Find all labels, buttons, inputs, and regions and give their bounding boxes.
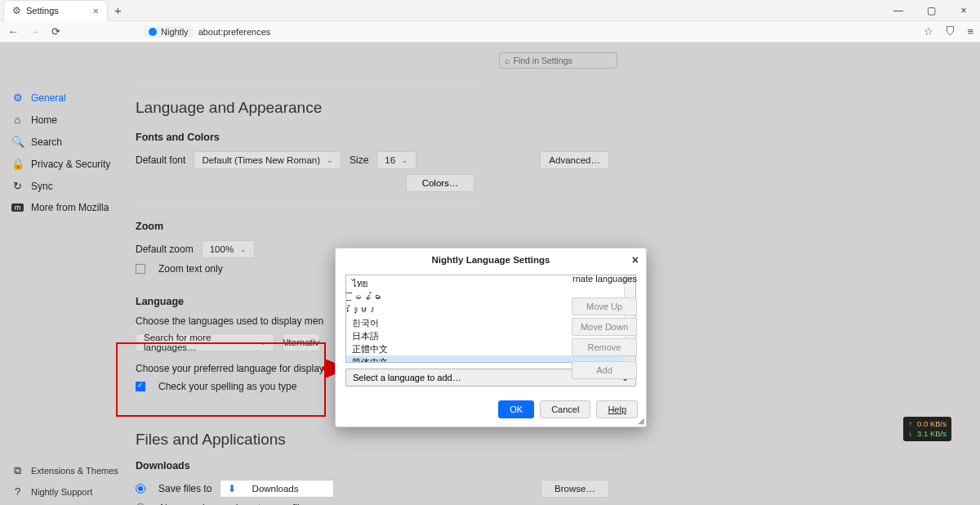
close-window-button[interactable]: × [947, 5, 980, 16]
downloads-heading: Downloads [136, 460, 609, 471]
window-controls: — ▢ × [882, 5, 980, 16]
app-menu-icon[interactable]: ≡ [967, 25, 973, 38]
cancel-button[interactable]: Cancel [540, 400, 590, 418]
spellcheck-label: Check your spelling as you type [158, 381, 296, 392]
new-tab-button[interactable]: + [114, 3, 122, 17]
download-icon: ⬇ [228, 483, 236, 494]
search-icon: 🔍 [11, 136, 24, 148]
default-font-select[interactable]: Default (Times New Roman)⌄ [194, 151, 341, 169]
sidebar-item-label: Nightly Support [31, 487, 92, 497]
chevron-down-icon: ⌄ [327, 156, 333, 164]
sidebar-item-more[interactable]: mMore from Mozilla [0, 197, 136, 218]
sidebar-item-label: Sync [31, 181, 53, 192]
nightly-icon [149, 28, 157, 36]
move-up-button[interactable]: Move Up [572, 297, 637, 315]
pocket-icon[interactable]: ⛉ [945, 25, 956, 38]
chevron-down-icon: ⌄ [402, 156, 408, 164]
downloads-path-field[interactable]: ⬇ Downloads [220, 480, 334, 498]
gear-icon: ⚙ [12, 5, 21, 16]
advanced-fonts-button[interactable]: Advanced… [540, 151, 609, 169]
nav-toolbar: ← → ⟳ Nightly about:preferences ☆ ⛉ ≡ [0, 21, 980, 42]
url-text: about:preferences [198, 27, 271, 37]
save-files-label: Save files to [158, 483, 212, 494]
sync-icon: ↻ [11, 180, 24, 192]
titlebar: ⚙ Settings × + — ▢ × [0, 0, 980, 21]
remove-button[interactable]: Remove [572, 338, 637, 356]
minimize-button[interactable]: — [882, 5, 915, 16]
sidebar-item-label: More from Mozilla [31, 202, 109, 213]
default-zoom-label: Default zoom [136, 244, 194, 255]
select-value: 100% [210, 244, 234, 254]
settings-sidebar: ⚙General ⌂Home 🔍Search 🔒Privacy & Securi… [0, 42, 136, 505]
language-desc: Choose the languages used to display men… [136, 315, 323, 327]
alternate-lang-text: rnate languages [572, 274, 637, 284]
default-font-label: Default font [136, 154, 185, 166]
search-more-languages-select[interactable]: Search for more languages…⌄ [136, 333, 274, 351]
help-button[interactable]: Help [596, 400, 638, 418]
identity-label: Nightly [161, 27, 189, 37]
sidebar-item-label: Privacy & Security [31, 159, 110, 170]
select-value: 16 [385, 155, 395, 165]
back-button[interactable]: ← [7, 25, 20, 38]
zoom-heading: Zoom [136, 221, 609, 232]
spellcheck-checkbox[interactable] [136, 382, 145, 391]
content-area: ⚙General ⌂Home 🔍Search 🔒Privacy & Securi… [0, 42, 980, 505]
select-value: Default (Times New Roman) [202, 155, 320, 165]
browser-tab[interactable]: ⚙ Settings × [3, 0, 108, 21]
default-zoom-select[interactable]: 100%⌄ [202, 240, 255, 258]
reload-button[interactable]: ⟳ [49, 25, 62, 38]
search-placeholder: Find in Settings [514, 56, 572, 65]
forward-button[interactable]: → [28, 25, 41, 38]
chevron-down-icon: ⌄ [240, 245, 247, 253]
sidebar-item-privacy[interactable]: 🔒Privacy & Security [0, 153, 136, 175]
help-icon: ? [11, 485, 24, 498]
colors-button[interactable]: Colors… [406, 174, 474, 192]
sidebar-item-label: General [31, 92, 66, 104]
address-bar[interactable]: Nightly about:preferences [144, 26, 270, 38]
sidebar-item-general[interactable]: ⚙General [0, 87, 136, 109]
sidebar-item-search[interactable]: 🔍Search [0, 131, 136, 153]
save-files-radio[interactable] [136, 484, 145, 494]
sidebar-item-support[interactable]: ?Nightly Support [0, 481, 136, 502]
download-speed: 3.1 KB/s [917, 429, 947, 438]
sidebar-item-label: Home [31, 114, 57, 126]
field-value: Downloads [252, 484, 299, 494]
sidebar-item-home[interactable]: ⌂Home [0, 109, 136, 131]
close-icon[interactable]: × [92, 5, 99, 17]
choose-pref-label: Choose your preferred language for displ… [136, 363, 327, 374]
set-alternatives-button[interactable]: Set Alternatives… [283, 333, 320, 351]
network-speed-indicator: ↑ 0.0 KB/s ↓ 3.1 KB/s [903, 417, 951, 441]
sidebar-item-sync[interactable]: ↻Sync [0, 175, 136, 197]
home-icon: ⌂ [11, 114, 24, 126]
browse-button[interactable]: Browse… [541, 480, 609, 498]
size-label: Size [350, 154, 368, 166]
fonts-colors-heading: Fonts and Colors [136, 132, 609, 143]
section-heading-files: Files and Applications [136, 431, 609, 449]
mozilla-icon: m [11, 203, 24, 212]
move-down-button[interactable]: Move Down [572, 318, 637, 336]
chevron-down-icon: ⌄ [260, 338, 266, 346]
tab-title: Settings [26, 6, 87, 16]
zoom-text-only-checkbox[interactable] [136, 264, 145, 274]
bookmark-star-icon[interactable]: ☆ [924, 25, 933, 38]
sidebar-item-label: Extensions & Themes [31, 466, 118, 476]
upload-speed: 0.0 KB/s [917, 419, 947, 428]
search-icon: ⌕ [505, 56, 510, 65]
sidebar-item-label: Search [31, 136, 62, 148]
dialog-close-button[interactable]: × [632, 253, 639, 266]
puzzle-icon: ⧉ [11, 464, 24, 477]
resize-handle-icon[interactable]: ◢ [638, 416, 644, 425]
dialog-title: Nightly Language Settings× [336, 248, 646, 271]
find-in-settings[interactable]: ⌕Find in Settings [499, 52, 617, 69]
gear-icon: ⚙ [11, 92, 24, 104]
section-heading-language-appearance: Language and Appearance [136, 99, 609, 117]
sidebar-item-extensions[interactable]: ⧉Extensions & Themes [0, 460, 136, 481]
select-value: Search for more languages… [144, 333, 253, 352]
maximize-button[interactable]: ▢ [915, 5, 947, 16]
lock-icon: 🔒 [11, 158, 24, 170]
add-button[interactable]: Add [572, 361, 637, 379]
font-size-select[interactable]: 16⌄ [376, 151, 416, 169]
ok-button[interactable]: OK [498, 400, 534, 418]
zoom-text-only-label: Zoom text only [158, 263, 223, 275]
combo-value: Select a language to add… [353, 373, 461, 382]
